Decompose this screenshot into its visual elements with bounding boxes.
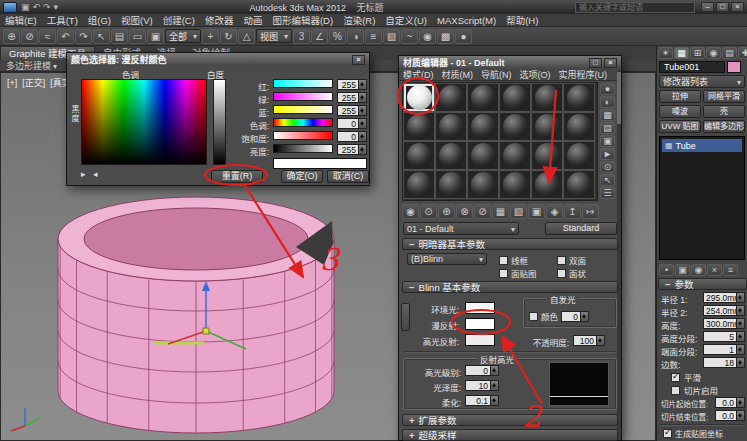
whiteness-strip[interactable] bbox=[213, 79, 226, 165]
modifier-list-dropdown[interactable]: 修改器列表 bbox=[659, 75, 745, 88]
modifier-button-shell[interactable]: 壳 bbox=[703, 105, 745, 118]
menu-modifiers[interactable]: 修改器 bbox=[200, 13, 239, 27]
param-sides-field[interactable]: 18 bbox=[703, 357, 745, 368]
select-by-name-icon[interactable]: ▤ bbox=[111, 29, 128, 44]
save-icon[interactable]: ▣ bbox=[21, 2, 30, 12]
red-value-field[interactable]: 255 bbox=[337, 79, 367, 90]
ok-button[interactable]: 确定(O) bbox=[281, 170, 323, 183]
material-sample-slot[interactable] bbox=[563, 112, 595, 141]
object-name-field[interactable]: Tube001 bbox=[659, 61, 725, 73]
material-sample-slot[interactable] bbox=[563, 83, 595, 112]
material-sample-slot[interactable] bbox=[435, 141, 467, 170]
saturation-slider[interactable] bbox=[273, 131, 333, 140]
material-sample-slot[interactable] bbox=[435, 170, 467, 199]
blue-value-field[interactable]: 255 bbox=[337, 105, 367, 116]
slice-to-field[interactable]: 0.0 bbox=[715, 410, 745, 421]
material-sample-slot[interactable] bbox=[499, 170, 531, 199]
material-sample-slot[interactable] bbox=[403, 141, 435, 170]
tab-create[interactable]: ✶ bbox=[658, 47, 673, 59]
tab-modify[interactable]: ▦ bbox=[674, 47, 689, 59]
material-sample-slot[interactable] bbox=[467, 170, 499, 199]
sample-uv-tiling-icon[interactable]: ▤ bbox=[600, 122, 615, 134]
get-material-icon[interactable]: ◉ bbox=[402, 204, 419, 219]
smooth-checkbox[interactable] bbox=[671, 373, 680, 382]
spinner[interactable] bbox=[359, 131, 367, 142]
menu-animation[interactable]: 动画 bbox=[238, 13, 267, 27]
saturation-value-field[interactable]: 0 bbox=[337, 131, 367, 142]
undo-qat-icon[interactable]: ↶ bbox=[33, 2, 41, 12]
menu-tools[interactable]: 工具(T) bbox=[42, 13, 83, 27]
rect-region-icon[interactable]: ▭ bbox=[129, 29, 146, 44]
material-sample-slot[interactable] bbox=[467, 83, 499, 112]
undo-icon[interactable]: ↶ bbox=[57, 29, 74, 44]
material-editor-close-icon[interactable]: × bbox=[604, 58, 617, 68]
slider-arrow-left-icon[interactable]: ◂ bbox=[93, 169, 98, 179]
param-height-field[interactable]: 300.0mm bbox=[703, 318, 745, 329]
bind-spacewarp-icon[interactable]: ≈ bbox=[39, 29, 56, 44]
spinner[interactable] bbox=[597, 335, 605, 346]
menu-maxscript[interactable]: MAXScript(M) bbox=[432, 15, 501, 26]
material-sample-slot[interactable] bbox=[531, 112, 563, 141]
options-icon[interactable]: ⊙ bbox=[600, 161, 615, 173]
polygon-modeling-panel[interactable]: 多边形建模 bbox=[0, 59, 57, 72]
material-sample-slot[interactable] bbox=[435, 83, 467, 112]
material-type-button[interactable]: Standard bbox=[545, 222, 617, 235]
slider-arrow-right-icon[interactable]: ▸ bbox=[81, 169, 86, 179]
material-sample-slot[interactable] bbox=[499, 112, 531, 141]
tab-motion[interactable]: ◉ bbox=[706, 47, 721, 59]
material-map-navigator-icon[interactable]: ☰ bbox=[600, 187, 615, 199]
spinner[interactable] bbox=[359, 79, 367, 90]
put-to-library-icon[interactable]: ▦ bbox=[492, 204, 509, 219]
layer-manager-icon[interactable]: ▧ bbox=[383, 29, 400, 44]
close-button[interactable]: × bbox=[731, 2, 744, 12]
material-sample-slot[interactable] bbox=[499, 141, 531, 170]
shader-type-dropdown[interactable]: (B)Blinn bbox=[407, 253, 487, 265]
hue-blackness-gradient[interactable] bbox=[81, 79, 207, 165]
modifier-button-meshsmooth[interactable]: 网格平滑 bbox=[703, 90, 745, 103]
material-editor-maximize-icon[interactable]: □ bbox=[589, 58, 602, 68]
redo-icon[interactable]: ↷ bbox=[75, 29, 92, 44]
tab-display[interactable]: ▤ bbox=[722, 47, 737, 59]
app-button[interactable] bbox=[3, 2, 17, 13]
green-value-field[interactable]: 255 bbox=[337, 92, 367, 103]
snap-toggle-icon[interactable]: 3 bbox=[293, 29, 310, 44]
reset-map-icon[interactable]: ⊗ bbox=[456, 204, 473, 219]
select-object-icon[interactable]: ↖ bbox=[93, 29, 110, 44]
render-icon[interactable]: ● bbox=[455, 29, 472, 44]
assign-material-icon[interactable]: ⊕ bbox=[438, 204, 455, 219]
reset-button[interactable]: 重置(R) bbox=[211, 170, 263, 183]
unlink-icon[interactable]: ⊘ bbox=[21, 29, 38, 44]
video-color-check-icon[interactable]: ▣ bbox=[600, 135, 615, 147]
make-preview-icon[interactable]: ► bbox=[600, 148, 615, 160]
self-illum-field[interactable]: 0 bbox=[561, 311, 589, 322]
hue-slider[interactable] bbox=[273, 118, 333, 127]
spinner[interactable] bbox=[737, 410, 745, 421]
pin-stack-icon[interactable]: • bbox=[659, 264, 674, 276]
menu-modes[interactable]: 模式(D) bbox=[399, 68, 438, 81]
configure-sets-icon[interactable]: ≡ bbox=[723, 264, 738, 276]
modifier-button-editpoly[interactable]: 编辑多边形 bbox=[703, 120, 745, 133]
material-sample-slot[interactable] bbox=[531, 141, 563, 170]
minimize-button[interactable]: – bbox=[701, 2, 714, 12]
lock-ambient-diffuse-button[interactable] bbox=[401, 303, 410, 331]
two-sided-checkbox[interactable] bbox=[557, 256, 566, 265]
green-slider[interactable] bbox=[273, 92, 333, 101]
stack-item-tube[interactable]: ▦ Tube bbox=[662, 139, 742, 152]
menu-graph-editors[interactable]: 图形编辑器(D) bbox=[267, 13, 338, 27]
param-cap-segs-field[interactable]: 1 bbox=[703, 344, 745, 355]
selection-filter-dropdown[interactable]: 全部 bbox=[165, 29, 201, 43]
material-sample-slot[interactable] bbox=[531, 83, 563, 112]
faceted-checkbox[interactable] bbox=[557, 269, 566, 278]
make-unique-icon[interactable]: ◉ bbox=[691, 264, 706, 276]
modifier-button-stretch[interactable]: 拉伸 bbox=[659, 90, 701, 103]
object-color-swatch[interactable] bbox=[727, 61, 741, 73]
menu-utilities[interactable]: 实用程序(U) bbox=[555, 68, 612, 81]
material-sample-slot[interactable] bbox=[435, 112, 467, 141]
shader-basic-params-rollout[interactable]: 明暗器基本参数 bbox=[402, 238, 618, 250]
viewport-menu-plus[interactable]: [+] bbox=[7, 78, 17, 88]
spinner[interactable] bbox=[359, 118, 367, 129]
align-icon[interactable]: ≡ bbox=[365, 29, 382, 44]
show-end-result-stack-icon[interactable]: ▣ bbox=[675, 264, 690, 276]
material-sample-slot[interactable] bbox=[563, 141, 595, 170]
go-to-parent-icon[interactable]: ↥ bbox=[564, 204, 581, 219]
